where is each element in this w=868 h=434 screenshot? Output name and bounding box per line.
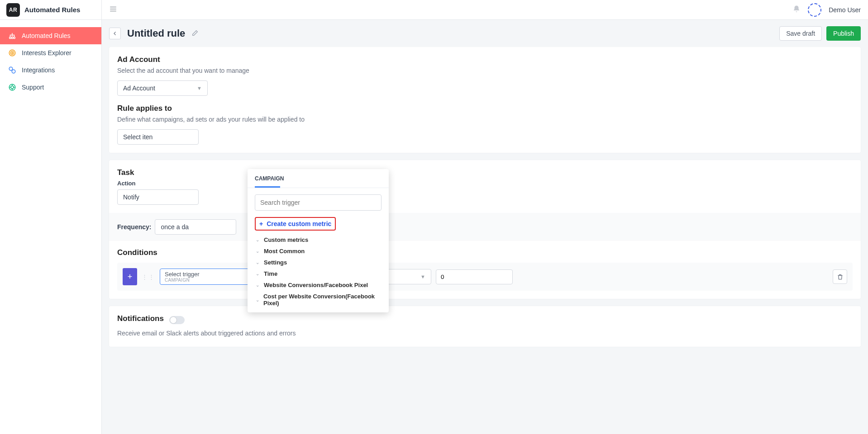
topbar: Demo User (102, 0, 868, 20)
support-icon (8, 83, 16, 91)
trigger-popup: CAMPAIGN + Create custom metric ⌄ Custom… (248, 169, 389, 312)
ad-account-select[interactable]: Ad Account ▼ (117, 80, 208, 96)
trigger-input[interactable]: Select trigger CAMPAIGN (160, 269, 259, 285)
create-custom-metric-button[interactable]: + Create custom metric (255, 217, 336, 231)
sidebar-item-label: Support (22, 84, 44, 91)
category-label: Cost per Website Conversion(Facebook Pix… (263, 293, 379, 307)
category-label: Website Conversions/Facebook Pixel (264, 282, 368, 288)
card-task: Task Action Notify Frequency: once a da (109, 160, 861, 299)
chevron-down-icon: ▼ (420, 274, 425, 279)
card-notifications: Notifications Receive email or Slack ale… (109, 306, 861, 347)
applies-to-heading: Rule applies to (117, 104, 853, 113)
category-label: Most Common (264, 248, 305, 255)
bell-icon[interactable] (792, 5, 801, 14)
sidebar: AR Automated Rules Automated Rules Inter… (0, 0, 102, 434)
svg-point-6 (9, 67, 13, 71)
category-label: Custom metrics (264, 236, 308, 243)
back-button[interactable] (109, 28, 121, 39)
notifications-heading: Notifications (117, 314, 164, 323)
frequency-label: Frequency: (117, 223, 151, 231)
notifications-sub: Receive email or Slack alerts about trig… (117, 330, 853, 337)
category-website-conversions[interactable]: ⌄ Website Conversions/Facebook Pixel (255, 279, 380, 291)
brand-logo: AR (6, 3, 20, 17)
publish-button[interactable]: Publish (826, 26, 861, 41)
brand-title: Automated Rules (24, 6, 80, 14)
user-name: Demo User (829, 6, 861, 14)
sidebar-item-label: Automated Rules (22, 32, 70, 39)
chevron-down-icon: ⌄ (256, 283, 260, 288)
sidebar-item-integrations[interactable]: Integrations (0, 61, 101, 79)
category-custom-metrics[interactable]: ⌄ Custom metrics (255, 234, 380, 245)
notifications-toggle[interactable] (169, 316, 185, 324)
search-trigger-input[interactable] (255, 194, 382, 211)
frequency-value: once a da (161, 223, 189, 231)
sidebar-item-label: Integrations (22, 66, 55, 74)
conditions-heading: Conditions (117, 248, 853, 257)
category-most-common[interactable]: ⌄ Most Common (255, 245, 380, 257)
title-row: Untitled rule Save draft Publish (102, 20, 868, 47)
sidebar-item-label: Interests Explorer (22, 49, 72, 57)
applies-to-select[interactable]: Select iten (117, 129, 199, 145)
trigger-title: Select trigger (165, 271, 254, 278)
svg-point-9 (11, 86, 14, 89)
ad-account-heading: Ad Account (117, 55, 853, 64)
applies-to-value: Select iten (123, 133, 153, 141)
category-label: Settings (264, 259, 287, 266)
card-ad-account: Ad Account Select the ad account that yo… (109, 47, 861, 153)
plus-icon: + (259, 220, 263, 227)
save-draft-button[interactable]: Save draft (779, 26, 822, 41)
action-select[interactable]: Notify (117, 189, 199, 205)
chevron-down-icon: ⌄ (256, 271, 260, 276)
chevron-down-icon: ⌄ (256, 249, 260, 254)
chevron-down-icon: ⌄ (256, 297, 260, 302)
frequency-strip: Frequency: once a da (109, 213, 861, 241)
applies-to-sub: Define what campaigns, ad sets or ads yo… (117, 116, 853, 123)
category-time[interactable]: ⌄ Time (255, 268, 380, 279)
condition-row: + ⋮⋮ Select trigger CAMPAIGN Lifetime ▼ … (117, 263, 853, 291)
svg-point-5 (12, 52, 13, 53)
task-heading: Task (117, 168, 853, 177)
sidebar-item-interests-explorer[interactable]: Interests Explorer (0, 44, 101, 61)
frequency-select[interactable]: once a da (155, 219, 236, 235)
sidebar-item-support[interactable]: Support (0, 79, 101, 96)
brand: AR Automated Rules (0, 0, 101, 20)
trigger-sub: CAMPAIGN (165, 278, 254, 283)
trigger-category-list[interactable]: ⌄ Custom metrics ⌄ Most Common ⌄ Setting… (255, 234, 382, 309)
sidebar-item-automated-rules[interactable]: Automated Rules (0, 27, 101, 44)
add-condition-button[interactable]: + (123, 268, 137, 285)
integrations-icon (8, 66, 16, 74)
svg-point-1 (11, 37, 13, 39)
category-cost-per-conversion[interactable]: ⌄ Cost per Website Conversion(Facebook P… (255, 291, 380, 309)
value-input[interactable] (436, 269, 513, 284)
chevron-down-icon: ▼ (197, 85, 202, 91)
rules-icon (8, 32, 16, 40)
svg-point-7 (12, 70, 15, 73)
ad-account-sub: Select the ad account that you want to m… (117, 67, 853, 74)
category-settings[interactable]: ⌄ Settings (255, 257, 380, 268)
drag-handle-icon[interactable]: ⋮⋮ (142, 274, 155, 280)
ad-account-value: Ad Account (123, 85, 155, 92)
edit-icon[interactable] (191, 29, 199, 38)
page-title: Untitled rule (127, 28, 185, 39)
category-label: Time (264, 270, 277, 277)
action-label: Action (117, 180, 853, 187)
popup-tab[interactable]: CAMPAIGN (248, 169, 389, 182)
delete-condition-button[interactable] (833, 269, 847, 284)
create-metric-label: Create custom metric (267, 220, 331, 227)
conditions-section: Conditions + ⋮⋮ Select trigger CAMPAIGN … (117, 248, 853, 291)
hamburger-icon[interactable] (106, 2, 120, 17)
svg-point-2 (14, 37, 15, 39)
sidebar-nav: Automated Rules Interests Explorer Integ… (0, 20, 101, 103)
chevron-down-icon: ⌄ (256, 260, 260, 265)
action-value: Notify (123, 193, 139, 201)
chevron-down-icon: ⌄ (256, 237, 260, 242)
svg-point-0 (10, 37, 11, 39)
avatar[interactable] (808, 3, 821, 17)
target-icon (8, 49, 16, 57)
